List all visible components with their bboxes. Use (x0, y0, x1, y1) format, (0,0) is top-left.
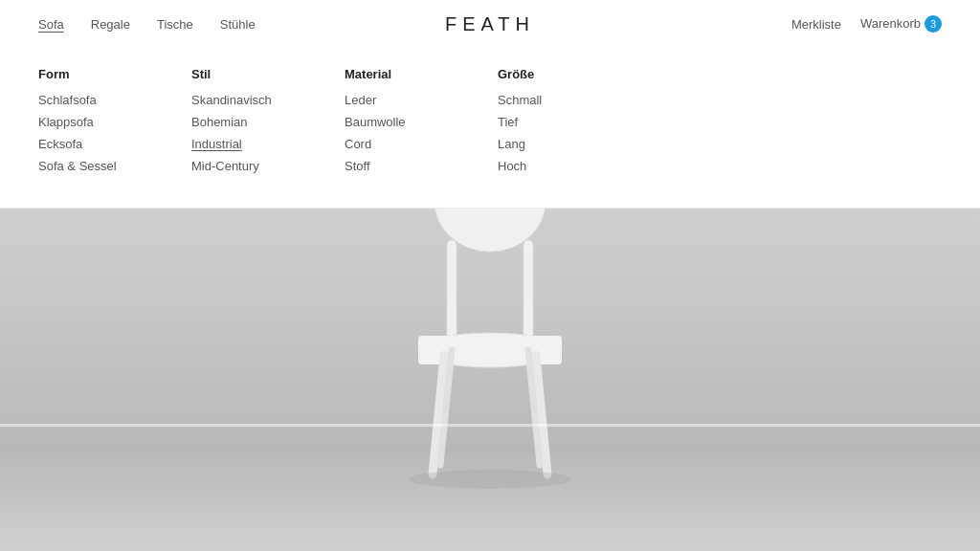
nav-regale[interactable]: Regale (91, 17, 130, 32)
link-skandinavisch[interactable]: Skandinavisch (191, 93, 325, 107)
dropdown-column-form: Form Schlafsofa Klappsofa Ecksofa Sofa &… (38, 67, 172, 181)
dropdown-column-stil: Stil Skandinavisch Bohemian Industrial M… (191, 67, 325, 181)
link-stoff[interactable]: Stoff (345, 159, 479, 173)
link-schmall[interactable]: Schmall (498, 93, 632, 107)
column-title-material: Material (345, 67, 479, 81)
link-sofa-sessel[interactable]: Sofa & Sessel (38, 159, 172, 173)
link-klappsofa[interactable]: Klappsofa (38, 115, 172, 129)
warenkorb-link[interactable]: Warenkorb3 (860, 15, 942, 33)
nav-right: Merkliste Warenkorb3 (791, 15, 942, 33)
nav-tische[interactable]: Tische (157, 17, 193, 32)
link-industrial[interactable]: Industrial (191, 137, 325, 151)
link-tief[interactable]: Tief (498, 115, 632, 129)
link-baumwolle[interactable]: Baumwolle (345, 115, 479, 129)
column-title-grosse: Größe (498, 67, 632, 81)
svg-rect-2 (523, 240, 533, 345)
link-hoch[interactable]: Hoch (498, 159, 632, 173)
logo: FEATH (445, 13, 535, 35)
link-mid-century[interactable]: Mid-Century (191, 159, 325, 173)
link-cord[interactable]: Cord (345, 137, 479, 151)
nav-left: Sofa Regale Tische Stühle (38, 17, 256, 32)
link-ecksofa[interactable]: Ecksofa (38, 137, 172, 151)
svg-rect-1 (447, 240, 457, 345)
dropdown-column-grosse: Größe Schmall Tief Lang Hoch (498, 67, 632, 181)
header: Sofa Regale Tische Stühle FEATH Merklist… (0, 0, 980, 48)
nav-stuhle[interactable]: Stühle (220, 17, 256, 32)
link-lang[interactable]: Lang (498, 137, 632, 151)
dropdown-menu: Form Schlafsofa Klappsofa Ecksofa Sofa &… (0, 48, 980, 209)
dropdown-column-material: Material Leder Baumwolle Cord Stoff (345, 67, 479, 181)
column-title-stil: Stil (191, 67, 325, 81)
link-leder[interactable]: Leder (345, 93, 479, 107)
link-bohemian[interactable]: Bohemian (191, 115, 325, 129)
link-schlafsofa[interactable]: Schlafsofa (38, 93, 172, 107)
nav-sofa[interactable]: Sofa (38, 17, 64, 32)
svg-point-9 (409, 470, 571, 489)
floor-line (0, 424, 980, 427)
merkliste-link[interactable]: Merkliste (791, 17, 841, 32)
column-title-form: Form (38, 67, 172, 81)
cart-badge: 3 (924, 15, 942, 33)
